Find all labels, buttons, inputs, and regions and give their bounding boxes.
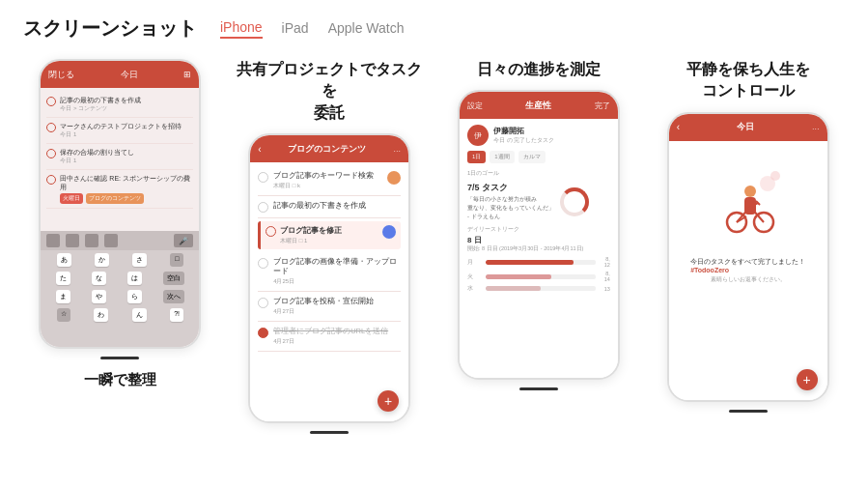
home-indicator <box>310 431 349 434</box>
kb-key[interactable]: か <box>95 253 109 267</box>
back-arrow-icon[interactable]: ‹ <box>677 122 680 132</box>
task-name: 記事の最初の下書きを作成 <box>273 201 401 211</box>
task-item: ブログ記事の画像を準備・アップロード 4月25日 <box>258 252 401 292</box>
task-circle <box>258 298 268 308</box>
task-text: マークさんのテストプロジェクトを招待 <box>60 122 182 130</box>
kb-key[interactable]: ら <box>127 290 142 303</box>
goal-value: 7/5 タスク <box>467 182 554 194</box>
tab-karma[interactable]: カルマ <box>518 151 546 163</box>
task-info: ブログ記事を投稿・宣伝開始 4月27日 <box>273 297 401 316</box>
kb-key[interactable]: ☆ <box>57 308 70 322</box>
topbar-title-4: 今日 <box>737 121 754 133</box>
phone-frame-2: ‹ ブログのコンテンツ … ブログ記事のキーワード検索 木曜日 □ k <box>248 133 410 423</box>
topbar-4: ‹ 今日 … <box>669 114 827 141</box>
bar-bg <box>486 286 596 291</box>
task-text: 記事の最初の下書きを作成 <box>60 96 141 104</box>
topbar-title-2: ブログのコンテンツ <box>288 143 366 156</box>
fab-button-4[interactable]: + <box>797 369 818 390</box>
task-name: ブログ記事を修正 <box>280 225 378 236</box>
task-circle <box>266 226 276 237</box>
svg-point-2 <box>744 186 756 197</box>
kb-row: た な は 空白 <box>41 269 199 287</box>
bar-fill <box>486 274 551 279</box>
kb-key[interactable]: わ <box>94 308 108 322</box>
tab-day[interactable]: 1日 <box>467 151 486 163</box>
highlighted-task: ブログ記事を修正 木曜日 □ 1 <box>258 221 401 249</box>
user-avatar: 伊 <box>467 125 489 146</box>
menu-icon[interactable]: … <box>812 123 820 131</box>
hashtag: #TodooZero <box>690 267 805 273</box>
fab-button-2[interactable]: + <box>378 390 399 412</box>
kb-row: あ か さ □ <box>41 250 199 269</box>
tab-apple-watch[interactable]: Apple Watch <box>328 20 405 38</box>
kb-key-return[interactable]: 次へ <box>163 290 184 303</box>
task-item: 記事の最初の下書きを作成 <box>258 196 401 218</box>
screenshot-block-4: 平静を保ち人生をコントロール ‹ 今日 … <box>651 59 845 413</box>
screen-2: ‹ ブログのコンテンツ … ブログ記事のキーワード検索 木曜日 □ k <box>250 135 408 421</box>
kb-key[interactable]: さ <box>132 253 147 267</box>
edit-icon[interactable]: … <box>393 145 401 154</box>
caption-above-3: 日々の進捗を測定 <box>477 59 601 80</box>
streak-value: 8 日 <box>467 235 610 245</box>
keyboard-area: 🎤 あ か さ □ た な は 空白 <box>41 231 199 347</box>
kb-key[interactable]: ?! <box>170 308 183 322</box>
streak-sub: 開始: 8 日目 (2019年3月30日 - 2019年4月11日) <box>467 245 610 252</box>
topbar-2: ‹ ブログのコンテンツ … <box>250 135 408 162</box>
user-info: 伊藤開拓 今日 の 完了したタスク <box>493 127 554 145</box>
close-label: 閉じる <box>48 69 74 81</box>
task-circle <box>258 202 268 213</box>
productivity-content: 伊 伊藤開拓 今日 の 完了したタスク 1日 1週間 カルマ 1日のゴール <box>460 119 618 301</box>
kb-key[interactable]: や <box>92 290 106 303</box>
screen-1: 閉じる 今日 ⊞ 記事の最初の下書きを作成 今日 > コンテンツ <box>41 61 199 347</box>
avatar <box>387 171 401 185</box>
topbar-3: 設定 生産性 完了 <box>460 92 618 119</box>
task-name: ブログ記事を投稿・宣伝開始 <box>273 297 401 306</box>
kb-key[interactable]: あ <box>57 253 71 267</box>
screenshot-block-3: 日々の進捗を測定 設定 生産性 完了 伊 伊藤開拓 今日 の 完了したタスク <box>442 59 636 390</box>
kb-key[interactable]: な <box>92 272 106 285</box>
kb-key[interactable]: ま <box>56 290 70 303</box>
illustration <box>710 164 787 242</box>
tag-red: 火曜日 <box>60 193 83 204</box>
tab-ipad[interactable]: iPad <box>282 20 309 38</box>
home-indicator <box>729 410 768 413</box>
settings-label[interactable]: 設定 <box>467 100 483 111</box>
avatar <box>382 225 396 239</box>
back-arrow-icon[interactable]: ‹ <box>258 144 261 155</box>
task-text: 保存の合場の割り当てし <box>60 148 134 157</box>
streak-label: デイリーストリーク <box>467 225 610 234</box>
success-text: 今日のタスクをすべて完了しました！ <box>690 257 805 268</box>
tab-group: iPhone iPad Apple Watch <box>220 19 404 39</box>
task-circle <box>46 175 56 185</box>
user-name: 伊藤開拓 <box>493 127 554 136</box>
phone-frame-3: 設定 生産性 完了 伊 伊藤開拓 今日 の 完了したタスク <box>458 90 620 380</box>
tab-week[interactable]: 1週間 <box>490 151 514 163</box>
goal-desc: 「毎日の小さな努力が積み重なり、変化をもっていくんだ」- ドラえもん <box>467 195 554 221</box>
screenshot-block-1: 閉じる 今日 ⊞ 記事の最初の下書きを作成 今日 > コンテンツ <box>23 59 217 389</box>
task-sub: 今日 1 <box>60 130 182 139</box>
calm-content: 今日のタスクをすべて完了しました！ #TodooZero 素晴らしいお返事くださ… <box>669 141 827 293</box>
chart-area: 月 8, 12 火 8, 14 <box>467 256 610 292</box>
bar-val: 13 <box>599 286 610 292</box>
task-item: ブログ記事を投稿・宣伝開始 4月27日 <box>258 292 401 322</box>
kb-key[interactable]: は <box>127 272 142 285</box>
kb-key[interactable]: た <box>56 272 70 285</box>
user-row: 伊 伊藤開拓 今日 の 完了したタスク <box>467 125 610 146</box>
screenshot-block-2: 共有プロジェクトでタスクを委託 ‹ ブログのコンテンツ … ブログ記事のキーワー… <box>233 59 427 434</box>
bar-fill <box>486 286 541 291</box>
kb-key[interactable]: 空白 <box>163 272 184 285</box>
task-meta: 木曜日 □ k <box>273 182 382 190</box>
kb-key[interactable]: □ <box>170 253 183 267</box>
bar-label: 火 <box>467 273 483 280</box>
kb-key[interactable]: ん <box>132 308 147 322</box>
success-message: 今日のタスクをすべて完了しました！ #TodooZero 素晴らしいお返事くださ… <box>690 257 805 285</box>
home-indicator <box>519 387 558 390</box>
tab-iphone[interactable]: iPhone <box>220 19 263 39</box>
done-label[interactable]: 完了 <box>595 100 610 111</box>
bar-fill <box>486 260 574 265</box>
task-list-2: ブログ記事のキーワード検索 木曜日 □ k 記事の最初の下書きを作成 <box>250 162 408 356</box>
kb-row: ☆ わ ん ?! <box>41 305 199 324</box>
screen-3: 設定 生産性 完了 伊 伊藤開拓 今日 の 完了したタスク <box>460 92 618 378</box>
bar-val: 8, 12 <box>599 256 610 268</box>
goal-label: 1日のゴール <box>467 169 610 178</box>
